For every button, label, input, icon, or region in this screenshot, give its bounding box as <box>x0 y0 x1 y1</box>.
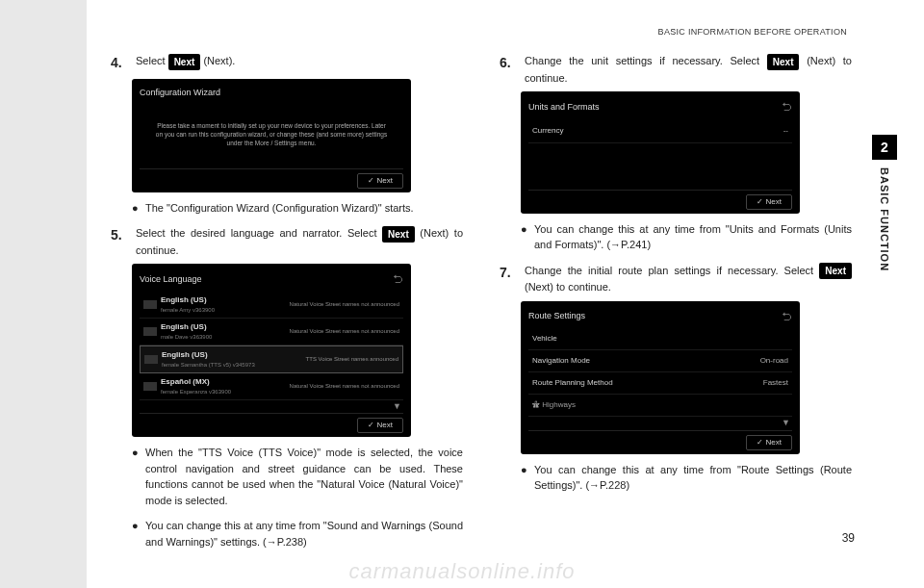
units-formats-screen: Units and Formats ⮌ Currency -- ✓ Next <box>521 91 800 214</box>
chapter-number: 2 <box>872 135 897 160</box>
screen-title: Units and Formats <box>528 101 600 115</box>
bullet-dot: ● <box>521 221 528 253</box>
list-item[interactable]: English (US) female Amy v363900 Natural … <box>140 292 403 319</box>
left-margin-band <box>0 0 87 588</box>
bullet-text: You can change this at any time from "Un… <box>534 221 852 253</box>
page-number: 39 <box>842 531 855 545</box>
bullet-text: The "Configuration Wizard (Configuration… <box>145 200 463 217</box>
settings-list: Vehicle Navigation Mode On-road Route Pl… <box>528 328 792 430</box>
screen-body: Please take a moment to initially set up… <box>140 104 403 168</box>
list-item[interactable]: Vehicle <box>528 328 792 350</box>
bullet-dot: ● <box>132 200 140 217</box>
chapter-label: BASIC FUNCTION <box>879 167 890 271</box>
watermark: carmanualsonline.info <box>348 559 575 584</box>
flag-icon <box>144 355 158 364</box>
step-7: 7. Change the initial route plan setting… <box>500 263 852 295</box>
scroll-down-icon[interactable]: ▼ <box>140 400 403 414</box>
back-icon[interactable]: ⮌ <box>393 271 403 288</box>
step-text: Change the initial route plan settings i… <box>525 263 852 295</box>
step-text: Select Next (Next). <box>136 53 463 73</box>
list-item[interactable]: Route Planning Method Fastest <box>528 372 792 395</box>
flag-icon <box>143 382 157 391</box>
left-column: 4. Select Next (Next). Configuration Wiz… <box>111 53 463 559</box>
step-5: 5. Select the desired language and narra… <box>111 225 463 258</box>
page-header: BASIC INFORMATION BEFORE OPERATION <box>658 27 847 37</box>
screen-next-button[interactable]: ✓ Next <box>357 418 403 433</box>
scroll-down-icon[interactable]: ▼ <box>528 417 792 430</box>
screen-next-button[interactable]: ✓ Next <box>746 435 792 450</box>
settings-list: Currency -- <box>528 119 792 190</box>
screen-next-button[interactable]: ✓ Next <box>746 194 792 210</box>
bullet-text: When the "TTS Voice (TTS Voice)" mode is… <box>145 445 463 508</box>
screen-title: Route Settings <box>528 310 585 323</box>
bullet-text: You can change this at any time from "So… <box>145 518 463 550</box>
step-number: 7. <box>500 263 517 295</box>
list-item[interactable]: Currency -- <box>528 119 792 143</box>
bullet: ● The "Configuration Wizard (Configurati… <box>132 200 463 217</box>
step-number: 5. <box>111 225 128 258</box>
list-item[interactable]: Español (MX) female Esperanza v363900 Na… <box>140 373 403 400</box>
bullet: ● You can change this at any time from "… <box>132 518 463 550</box>
bullet-text: You can change this at any time from "Ro… <box>534 462 852 494</box>
voice-language-screen: Voice Language ⮌ English (US) female Amy… <box>132 264 411 437</box>
flag-icon <box>143 300 157 309</box>
bullet: ● You can change this at any time from "… <box>521 221 852 253</box>
list-item[interactable]: Navigation Mode On-road <box>528 350 792 372</box>
list-item[interactable]: 🛣 Highways <box>528 395 792 417</box>
screen-title: Configuration Wizard <box>140 87 220 100</box>
language-list: English (US) female Amy v363900 Natural … <box>140 292 403 414</box>
back-icon[interactable]: ⮌ <box>782 99 792 115</box>
next-button-inline: Next <box>767 54 800 70</box>
bullet-dot: ● <box>521 462 528 494</box>
bullet: ● When the "TTS Voice (TTS Voice)" mode … <box>132 445 463 508</box>
right-column: 6. Change the unit settings if necessary… <box>500 53 852 559</box>
bullet-dot: ● <box>132 445 140 508</box>
step-number: 4. <box>111 53 128 73</box>
step-6: 6. Change the unit settings if necessary… <box>500 53 852 86</box>
bullet: ● You can change this at any time from "… <box>521 462 852 494</box>
step-number: 6. <box>500 53 517 86</box>
next-button-inline: Next <box>168 54 201 70</box>
list-item[interactable]: English (US) male Dave v363900 Natural V… <box>140 319 403 345</box>
flag-icon <box>143 327 157 336</box>
route-settings-screen: Route Settings ⮌ Vehicle Navigation Mode… <box>521 301 800 454</box>
screen-next-button[interactable]: ✓ Next <box>357 173 403 189</box>
config-wizard-screen: Configuration Wizard Please take a momen… <box>132 79 411 192</box>
bullet-dot: ● <box>132 518 140 550</box>
list-item-selected[interactable]: English (US) female Samantha (TTS v5) v3… <box>140 345 403 373</box>
next-button-inline: Next <box>819 263 852 279</box>
step-text: Select the desired language and narrator… <box>136 225 463 258</box>
next-button-inline: Next <box>382 226 415 243</box>
screen-title: Voice Language <box>140 273 202 287</box>
back-icon[interactable]: ⮌ <box>782 309 792 325</box>
chapter-tab: 2 BASIC FUNCTION <box>872 135 897 271</box>
step-text: Change the unit settings if necessary. S… <box>525 53 852 86</box>
step-4: 4. Select Next (Next). <box>111 53 463 73</box>
